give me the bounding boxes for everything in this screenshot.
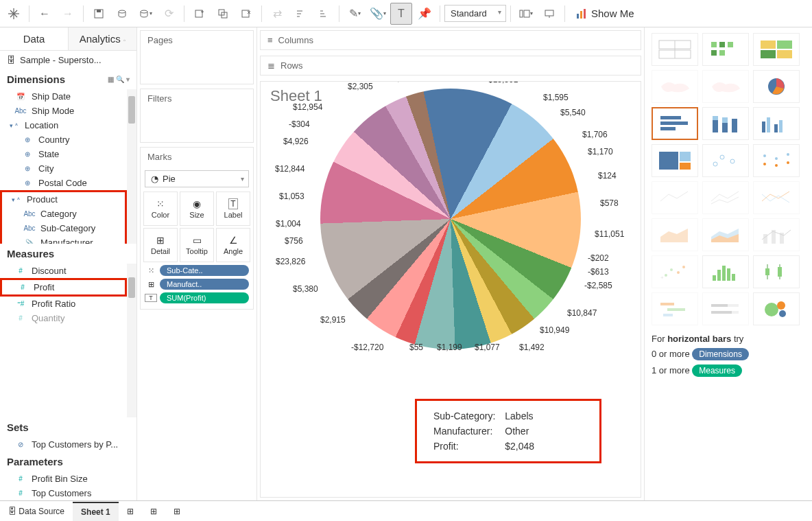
field-profit-bin-size[interactable]: #Profit Bin Size — [0, 472, 136, 486]
sm-horizontal-bars[interactable] — [652, 107, 698, 140]
folder-product[interactable]: ▾ ᴬProduct — [2, 192, 125, 207]
new-datasource-button[interactable] — [111, 3, 133, 25]
mark-type-dropdown[interactable]: ◔ Pie — [145, 170, 249, 187]
pill-manufacturer[interactable]: ⊞Manufact.. — [145, 279, 249, 290]
tab-data[interactable]: Data — [0, 27, 68, 50]
folder-location[interactable]: ▾ ᴬLocation — [0, 118, 127, 132]
autosave-button[interactable]: ▾ — [134, 3, 156, 25]
sm-histogram[interactable] — [702, 255, 749, 288]
clear-button[interactable] — [235, 3, 257, 25]
mark-angle-button[interactable]: ∠Angle — [216, 228, 250, 262]
tab-data-source[interactable]: 🗄 Data Source — [0, 502, 73, 520]
field-quantity[interactable]: #Quantity — [0, 311, 127, 325]
sm-filled-map[interactable] — [702, 70, 749, 103]
highlight-button[interactable]: ✎▾ — [344, 3, 366, 25]
scrollbar[interactable] — [127, 89, 136, 244]
sets-header: Sets — [0, 417, 136, 437]
sm-highlight-table[interactable] — [753, 33, 800, 66]
back-button[interactable]: ← — [34, 3, 56, 25]
sort-desc-button[interactable] — [313, 3, 335, 25]
field-sub-category[interactable]: AbcSub-Category — [2, 221, 125, 235]
sm-gantt[interactable] — [652, 292, 698, 325]
sm-dual-combo[interactable] — [753, 218, 800, 251]
field-state[interactable]: ⊕State — [0, 147, 127, 161]
mark-detail-button[interactable]: ⊞Detail — [143, 228, 178, 262]
sm-boxplot[interactable] — [753, 255, 800, 288]
tab-sheet1[interactable]: Sheet 1 — [73, 502, 119, 521]
sm-side-circles[interactable] — [753, 144, 800, 177]
field-top-customers-param[interactable]: #Top Customers — [0, 486, 136, 500]
duplicate-button[interactable] — [212, 3, 234, 25]
tab-analytics[interactable]: Analytics ◦ — [68, 27, 136, 50]
sm-heatmap[interactable] — [702, 33, 749, 66]
fit-dropdown[interactable]: Standard — [444, 5, 506, 22]
sm-text-table[interactable] — [652, 33, 698, 66]
mark-size-button[interactable]: ◉Size — [180, 192, 214, 226]
sm-line-discrete[interactable] — [702, 181, 749, 214]
sm-packed-bubbles[interactable] — [753, 292, 800, 325]
new-sheet-button[interactable]: ⊞ — [119, 502, 142, 520]
tableau-logo[interactable] — [3, 3, 25, 25]
rows-shelf[interactable]: ≣ Rows — [260, 56, 641, 76]
field-category[interactable]: AbcCategory — [2, 207, 125, 221]
sm-scatter[interactable]: + — [652, 255, 698, 288]
sm-circle-views[interactable] — [702, 144, 749, 177]
pill-subcategory[interactable]: ⁙Sub-Cate.. — [145, 265, 249, 276]
pie-slice-label: $4,926 — [283, 137, 309, 146]
sm-stacked-bars[interactable] — [702, 107, 749, 140]
new-dashboard-button[interactable]: ⊞ — [142, 502, 165, 520]
labels-button[interactable]: T — [390, 3, 412, 25]
forward-button[interactable]: → — [57, 3, 79, 25]
svg-rect-50 — [762, 121, 765, 132]
pin-button[interactable]: 📌 — [414, 3, 435, 25]
field-ship-date[interactable]: 📅Ship Date — [0, 89, 127, 104]
svg-rect-24 — [545, 10, 553, 16]
datasource-row[interactable]: 🗄 Sample - Supersto... — [0, 51, 136, 69]
field-profit[interactable]: #Profit — [2, 280, 125, 294]
new-worksheet-button[interactable] — [189, 3, 211, 25]
save-button[interactable] — [88, 3, 110, 25]
mark-tooltip-button[interactable]: ▭Tooltip — [180, 228, 214, 262]
showme-toggle[interactable]: Show Me — [569, 5, 641, 22]
hierarchy-icon: ▾ ᴬ — [9, 196, 23, 203]
field-postal-code[interactable]: ⊕Postal Code — [0, 176, 127, 190]
field-ship-mode[interactable]: AbcShip Mode — [0, 104, 127, 118]
pie-slice-label: -$12,720 — [351, 343, 383, 352]
sm-symbol-map[interactable] — [652, 70, 698, 103]
refresh-button[interactable]: ⟳ — [158, 3, 180, 25]
group-button[interactable]: 📎▾ — [367, 3, 389, 25]
field-profit-ratio[interactable]: ⁼#Profit Ratio — [0, 297, 127, 311]
sm-area-discrete[interactable] — [702, 218, 749, 251]
text-icon: Abc — [23, 210, 36, 218]
svg-point-57 — [713, 162, 717, 166]
pages-shelf[interactable]: Pages — [140, 30, 254, 84]
show-cards-button[interactable]: ▾ — [515, 3, 537, 25]
mark-color-button[interactable]: ⁙Color — [143, 192, 178, 226]
sm-dual-line[interactable] — [753, 181, 800, 214]
svg-point-75 — [682, 266, 685, 268]
field-country[interactable]: ⊕Country — [0, 132, 127, 147]
swap-button[interactable]: ⇄ — [266, 3, 288, 25]
scrollbar[interactable] — [127, 264, 136, 418]
svg-rect-5 — [97, 10, 101, 12]
sort-asc-button[interactable] — [289, 3, 311, 25]
sm-side-bars[interactable] — [753, 107, 800, 140]
sm-area-continuous[interactable] — [652, 218, 698, 251]
sm-pie[interactable] — [753, 70, 800, 103]
filters-shelf[interactable]: Filters — [140, 89, 254, 143]
field-manufacturer[interactable]: 📎Manufacturer — [2, 235, 125, 244]
sm-bullet[interactable] — [702, 292, 749, 325]
mark-label-button[interactable]: TLabel — [216, 192, 250, 226]
columns-shelf[interactable]: ≡ Columns — [260, 30, 641, 50]
field-city[interactable]: ⊕City — [0, 161, 127, 176]
field-discount[interactable]: #Discount — [0, 264, 127, 278]
new-story-button[interactable]: ⊞ — [165, 502, 189, 520]
pie-icon: ◔ — [151, 174, 158, 184]
field-top-customers-set[interactable]: ⊘Top Customers by P... — [0, 437, 136, 452]
sm-treemap[interactable] — [652, 144, 698, 177]
pill-sum-profit[interactable]: TSUM(Profit) — [145, 292, 249, 303]
svg-rect-92 — [711, 311, 732, 314]
visualization[interactable]: Sheet 1 $2,305-$4,432$697$133$15,301$1,5… — [260, 81, 641, 498]
sm-line-continuous[interactable] — [652, 181, 698, 214]
presentation-button[interactable] — [538, 3, 560, 25]
